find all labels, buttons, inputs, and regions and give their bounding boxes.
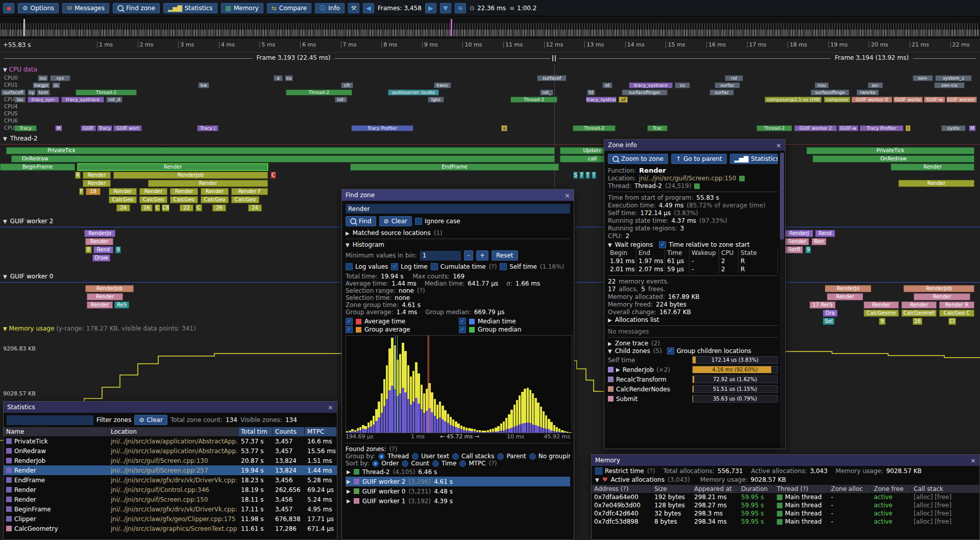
frame-line-right[interactable] [559,58,976,59]
cpu-segment[interactable]: kw [198,82,209,88]
timeline-zone[interactable]: OnRedraw [813,155,974,162]
histogram-plot[interactable] [346,335,572,433]
memory-row[interactable]: 0x7dfc42d64032 bytes298.3 ms59.95 sMain … [592,509,979,518]
collapse-icon[interactable]: ▼ [3,67,7,73]
stats-name-cell[interactable]: RenderJob [4,456,108,465]
timeline-zone[interactable]: CalcGeo [231,196,259,203]
found-zone-row[interactable]: ▶GUIF worker 2(3,296)4.61 s [346,477,570,486]
timeline-zone[interactable]: Render [891,163,974,171]
child-zone-row[interactable]: RecalcTransform72.92 us (1.62%) [608,374,778,384]
timeline-zone[interactable]: CalcGeo [109,196,137,203]
cpu-segment[interactable]: tracy_systrace [61,97,104,103]
cpu-data-section[interactable]: ▼ CPU data [3,66,37,73]
memory-column-header[interactable]: Appeared at [692,485,739,493]
group-by-option[interactable]: No grouping [529,453,570,460]
cpu-segment[interactable]: su [285,75,293,81]
thread-label[interactable]: ▼Thread-2 [3,135,38,142]
timeline-zone[interactable]: Render [864,301,899,309]
stats-name-cell[interactable]: Clipper [4,514,108,524]
memory-column-header[interactable]: Duration [739,485,774,493]
timeline-zone[interactable]: 8 [85,246,92,253]
timeline-zone[interactable]: 22 [180,204,193,212]
legend-item[interactable]: Average time [346,318,457,325]
reset-button[interactable]: Reset [492,250,518,261]
collapse-icon[interactable]: ▼ [608,242,612,248]
cpu-segment[interactable]: GUIF worl [113,125,142,131]
timeline-zone[interactable]: Rend [815,230,835,237]
stats-column-header[interactable]: MTPC [305,427,337,436]
cpu-segment[interactable]: GUIF-w [924,97,945,103]
collapse-icon[interactable]: ▼ [3,274,7,279]
found-zone-row[interactable]: ▶Thread-2(4,105)6.46 s [346,467,570,477]
timeline-zone[interactable]: Render [139,188,167,195]
timeline-zone[interactable]: CalcGeo [201,196,229,203]
timeline-zone[interactable]: 16 [141,204,153,212]
statistics-button[interactable]: ▂▅▇Statistics [163,3,217,13]
memory-address-cell[interactable]: 0x7dfc42d640 [592,509,652,518]
zoom-to-zone-button[interactable]: Zoom to zone [608,154,668,164]
cpu-segment[interactable]: lgks [428,97,444,103]
stats-location-cell[interactable]: jni/../jni/src/claw/graphics/ScreenText.… [108,524,238,533]
memory-titlebar[interactable]: Memory × [592,455,979,466]
stats-location-cell[interactable]: jni/../jni/src/guif/Screen.cpp:130 [108,456,238,465]
wait-column-header[interactable]: End [636,249,665,257]
group-children-checkbox[interactable]: Group children locations [667,347,751,355]
bin-plus-button[interactable]: + [476,250,488,261]
cpu-segment[interactable]: Tracy [97,125,112,131]
timeline-zone[interactable]: RenderJob [113,172,268,179]
stats-column-header[interactable]: Name [4,427,108,436]
cpu-segment[interactable]: Tracy Profiler [351,125,413,131]
cpu-segment[interactable]: nd- [335,97,347,103]
memory-column-header[interactable]: Call stack [911,485,979,493]
help-icon[interactable]: (?) [389,445,397,453]
memory-appeared-cell[interactable]: 298.3 ms [692,509,739,518]
cpu-segment[interactable]: isu [38,75,48,81]
cpu-segment[interactable]: Tracy | [197,125,218,131]
search-input[interactable]: Render [346,204,570,214]
table-row[interactable]: Renderjni/../jni/src/guif/Control.cpp:34… [4,485,337,495]
cpu-segment[interactable]: surfaceflinge [811,89,849,96]
zone-statistics-button[interactable]: ▂▅▇Statistics [730,154,778,164]
tools-button[interactable]: ⚒ [348,3,359,13]
wait-table-header[interactable]: BeginEndTimeWakeupCPUState [608,249,778,257]
cpu-segment[interactable]: surfac [709,89,734,96]
cpu-segment[interactable]: af [619,97,628,103]
cpu-segment[interactable]: sen-cis [934,82,965,88]
table-row[interactable]: BeginFramejni/../jni/src/claw/gfx/drv/vk… [4,504,337,514]
timeline-zone[interactable]: Render [201,188,229,195]
timeline-zone[interactable]: C [195,204,202,212]
stats-location-cell[interactable]: jni/../jni/src/claw/gfx/geo/Clipper.cpp:… [108,514,238,524]
goto-frame-button[interactable]: ⊕ [455,3,466,13]
stats-name-cell[interactable]: Render [4,495,108,504]
location-value[interactable]: jni/../jni/src/guif/Screen.cpp:150 [639,175,737,182]
frame-menu-button[interactable]: ▼ [440,3,451,13]
timeline-zone[interactable]: Re5 [114,301,129,309]
timeline-zone[interactable]: Ren [812,238,826,245]
cpu-segment[interactable]: cfr [341,82,353,88]
histogram-option-checkbox[interactable]: Log values [346,263,388,270]
prev-frame-button[interactable]: ◀ [363,3,374,13]
timeline-zone[interactable]: T [579,172,584,179]
close-icon[interactable]: × [565,192,570,199]
stats-location-cell[interactable]: jni/../jni/src/guif/Control.cpp:346 [108,485,238,495]
cpu-segment[interactable]: Thread-2 [510,97,557,103]
next-frame-button[interactable]: ▶ [425,3,436,13]
table-row[interactable]: Renderjni/../jni/src/guif/Screen.cpp:150… [4,495,337,504]
cpu-segment[interactable]: au- [868,82,883,88]
memory-row[interactable]: 0x7dfaa64e00192 bytes298.21 ms59.95 sMai… [592,493,979,501]
cpu-segment[interactable]: surfacefl [1,89,26,96]
cpu-segment[interactable]: et [602,82,612,88]
thread-value[interactable]: Thread-2 [634,182,662,190]
child-zones-label[interactable]: Child zones [615,347,650,355]
stats-name-cell[interactable]: PrivateTick [4,436,108,446]
table-row[interactable]: EndFramejni/../jni/src/claw/gfx/drv/vk/D… [4,475,337,485]
timeline-zone[interactable]: Draw [92,254,110,262]
collapse-icon[interactable]: ▼ [3,136,7,142]
timeline-zone[interactable]: Sel [823,318,835,325]
timeline-zone[interactable]: Render [901,301,937,309]
cpu-segment[interactable]: GUIF worker 2 [794,125,837,131]
group-by-option[interactable]: User text [412,453,449,460]
sort-by-option[interactable]: Time [432,460,456,467]
find-button[interactable]: Find [346,216,376,226]
cpu-segment[interactable]: GUIF [81,125,96,131]
